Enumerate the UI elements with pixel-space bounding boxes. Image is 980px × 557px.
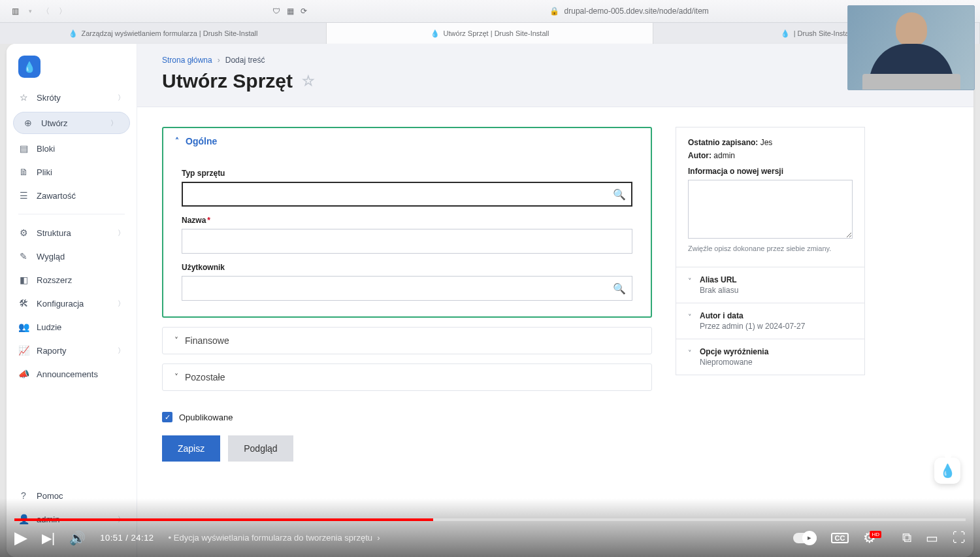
label: Ludzie <box>37 322 61 332</box>
play-icon[interactable]: ▶ <box>14 528 27 548</box>
label: Pliki <box>37 167 52 177</box>
settings-icon[interactable]: ⚙HD <box>863 530 888 547</box>
dropdown-icon[interactable]: ▾ <box>29 8 32 14</box>
field-typ-sprzetu: Typ sprzętu 🔍 <box>182 169 632 207</box>
video-player-controls: ▶ ▶| 🔊 10:51 / 24:12 • Edycja wyświetlan… <box>0 498 980 557</box>
tab-label-0: Zarządzaj wyświetlaniem formularza | Dru… <box>82 29 258 37</box>
volume-icon[interactable]: 🔊 <box>69 530 86 546</box>
theatre-icon[interactable]: ▭ <box>926 530 938 546</box>
fieldset-finansowe: ˅ Finansowe <box>162 327 652 354</box>
label: Bloki <box>37 144 55 154</box>
promo-title: Opcje wyróżnienia <box>700 347 768 356</box>
sidebar-item-bloki[interactable]: ▤ Bloki <box>7 137 137 160</box>
accordion-autor-data[interactable]: ˅ Autor i data Przez admin (1) w 2024-07… <box>676 303 865 339</box>
alias-sub: Brak aliasu <box>700 286 738 295</box>
chevron-down-icon: ˅ <box>688 349 692 358</box>
nazwa-input[interactable] <box>182 229 632 254</box>
sidebar-item-announcements[interactable]: 📣 Announcements <box>7 362 137 386</box>
fieldset-pozostale-header[interactable]: ˅ Pozostałe <box>163 364 651 390</box>
sidebar-item-wyglad[interactable]: ✎ Wygląd <box>7 245 137 268</box>
fieldset-finansowe-header[interactable]: ˅ Finansowe <box>163 328 651 354</box>
fieldset-ogolne-header[interactable]: ˄ Ogólne <box>163 128 651 154</box>
typ-sprzetu-input[interactable] <box>182 182 632 207</box>
megaphone-icon: 📣 <box>18 369 29 379</box>
content-icon: ☰ <box>18 190 29 201</box>
chevron-right-icon: 〉 <box>118 299 125 309</box>
fullscreen-icon[interactable]: ⛶ <box>953 530 966 545</box>
chevron-right-icon: 〉 <box>118 346 125 356</box>
uzytkownik-input[interactable] <box>182 276 632 301</box>
sidebar-item-konfiguracja[interactable]: 🛠 Konfiguracja 〉 <box>7 292 137 315</box>
label: Wygląd <box>37 252 65 262</box>
file-icon: 🗎 <box>18 167 29 177</box>
favourite-star-icon[interactable]: ☆ <box>302 73 315 90</box>
plus-circle-icon: ⊕ <box>23 118 33 128</box>
lock-icon: 🔒 <box>549 7 559 16</box>
browser-chrome: ▥ ▾ 〈 〉 🛡 ▦ ⟳ 🔒 drupal-demo-005.ddev.sit… <box>0 0 980 23</box>
chevron-down-icon: ˅ <box>688 313 692 322</box>
meta-box: Ostatnio zapisano: Jes Autor: admin Info… <box>676 127 865 267</box>
label: Announcements <box>37 369 98 379</box>
fieldset-pozostale-label: Pozostałe <box>185 372 225 382</box>
forward-icon[interactable]: 〉 <box>59 6 67 17</box>
search-icon: 🔍 <box>613 188 626 201</box>
browser-tab-row: 💧 Zarządzaj wyświetlaniem formularza | D… <box>0 23 980 44</box>
save-button[interactable]: Zapisz <box>162 435 220 462</box>
nazwa-label: Nazwa* <box>182 216 632 225</box>
breadcrumb-sep: › <box>218 56 220 65</box>
sidebar-item-zawartosc[interactable]: ☰ Zawartość <box>7 184 137 207</box>
extend-icon: ◧ <box>18 275 29 285</box>
miniplayer-icon[interactable]: ⧉ <box>902 530 911 545</box>
star-icon: ☆ <box>18 92 29 103</box>
captions-icon[interactable]: CC <box>831 533 849 543</box>
breadcrumb-leaf[interactable]: Dodaj treść <box>225 56 265 65</box>
sidebar-separator <box>18 214 125 214</box>
progress-played <box>14 518 433 521</box>
typ-sprzetu-label: Typ sprzętu <box>182 169 632 178</box>
tab-label-1: Utwórz Sprzęt | Drush Site-Install <box>444 29 549 37</box>
sidebar-item-rozszerz[interactable]: ◧ Rozszerz <box>7 268 137 292</box>
saved-label: Ostatnio zapisano: <box>688 138 758 147</box>
autor-sub: Przez admin (1) w 2024-07-27 <box>700 322 805 331</box>
drupal-icon: 💧 <box>69 29 78 38</box>
browser-tab-0[interactable]: 💧 Zarządzaj wyświetlaniem formularza | D… <box>0 23 327 44</box>
grid-icon[interactable]: ▦ <box>287 7 294 16</box>
drupal-logo[interactable]: 💧 <box>18 56 41 78</box>
label: Zawartość <box>37 191 76 201</box>
sidebar-item-utworz[interactable]: ⊕ Utwórz 〉 <box>13 112 130 134</box>
accordion-opcje-wyroznienia[interactable]: ˅ Opcje wyróżnienia Niepromowane <box>676 339 865 375</box>
appearance-icon: ✎ <box>18 251 29 262</box>
sidebar-item-struktura[interactable]: ⚙ Struktura 〉 <box>7 221 137 245</box>
label: Raporty <box>37 346 67 356</box>
refresh-icon[interactable]: ⟳ <box>301 7 307 16</box>
breadcrumb-root[interactable]: Strona główna <box>162 56 212 65</box>
shield-icon[interactable]: 🛡 <box>272 7 280 16</box>
back-icon[interactable]: 〈 <box>42 6 50 17</box>
reports-icon: 📈 <box>18 345 29 356</box>
sidebar-toggle-icon[interactable]: ▥ <box>12 7 19 16</box>
chevron-right-icon: 〉 <box>118 228 125 238</box>
chapter-title[interactable]: • Edycja wyświetlania formularza do twor… <box>169 533 380 543</box>
autoplay-toggle[interactable]: ▸ <box>793 533 817 543</box>
sidebar-item-skroty[interactable]: ☆ Skróty 〉 <box>7 86 137 109</box>
published-checkbox[interactable]: ✓ Opublikowane <box>162 412 652 422</box>
sidebar-item-raporty[interactable]: 📈 Raporty 〉 <box>7 339 137 362</box>
fieldset-finansowe-label: Finansowe <box>185 335 229 346</box>
presenter-webcam <box>847 5 975 90</box>
preview-button[interactable]: Podgląd <box>228 435 293 462</box>
drupal-icon: 💧 <box>781 29 790 38</box>
sidebar-item-ludzie[interactable]: 👥 Ludzie <box>7 315 137 339</box>
accordion-alias-url[interactable]: ˅ Alias URL Brak aliasu <box>676 267 865 303</box>
sidebar-item-pliki[interactable]: 🗎 Pliki <box>7 160 137 184</box>
next-icon[interactable]: ▶| <box>42 530 55 546</box>
form-column: ˄ Ogólne Typ sprzętu 🔍 Nazwa* <box>162 127 652 462</box>
revision-log-textarea[interactable] <box>688 180 853 239</box>
label: Konfiguracja <box>37 299 84 309</box>
chevron-down-icon: ˅ <box>688 277 692 286</box>
channel-badge-icon[interactable]: 💧 <box>934 458 960 484</box>
browser-tab-1[interactable]: 💧 Utwórz Sprzęt | Drush Site-Install <box>327 23 653 44</box>
progress-bar[interactable] <box>14 518 966 521</box>
revision-log-label: Informacja o nowej wersji <box>688 167 853 176</box>
uzytkownik-label: Użytkownik <box>182 263 632 272</box>
admin-sidebar: 💧 ☆ Skróty 〉 ⊕ Utwórz 〉 ▤ Bloki 🗎 Pliki … <box>7 44 137 557</box>
